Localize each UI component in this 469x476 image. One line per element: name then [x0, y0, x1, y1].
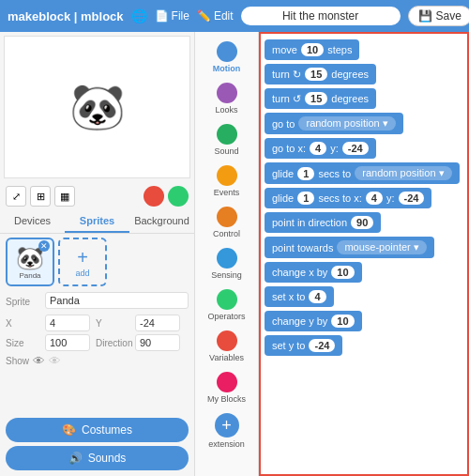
bottom-buttons: 🎨 Costumes 🔊 Sounds — [0, 414, 194, 476]
block-set-y: set y to -24 — [265, 335, 461, 356]
change-x-block[interactable]: change x by 10 — [265, 262, 362, 283]
looks-dot — [217, 83, 237, 103]
stage-controls: ⤢ ⊞ ▦ — [0, 182, 194, 210]
sprite-list: ✕ 🐼 Panda + add — [6, 238, 189, 286]
cat-sensing[interactable]: Sensing — [198, 244, 256, 284]
cat-looks[interactable]: Looks — [198, 79, 256, 118]
blocks-panel: move 10 steps turn ↻ 15 degrees turn ↺ 1… — [259, 32, 469, 476]
turn-ccw-block[interactable]: turn ↺ 15 degrees — [265, 88, 376, 109]
close-sprite-button[interactable]: ✕ — [38, 240, 50, 252]
add-extension-button[interactable]: + — [215, 413, 239, 438]
motion-dot — [217, 41, 237, 62]
go-random-block[interactable]: go to random position ▾ — [265, 113, 403, 134]
stage-area: 🐼 — [4, 36, 190, 178]
cat-sound[interactable]: Sound — [198, 120, 256, 160]
expand-button[interactable]: ⤢ — [6, 186, 26, 207]
costumes-icon: 🎨 — [62, 423, 76, 437]
x-input[interactable] — [45, 315, 90, 331]
add-sprite-button[interactable]: + add — [58, 238, 107, 286]
move-block[interactable]: move 10 steps — [265, 39, 359, 60]
panel-button[interactable]: ▦ — [54, 186, 75, 207]
show-row: Show 👁 👁 — [6, 354, 189, 368]
tab-background[interactable]: Background — [129, 210, 194, 233]
block-move: move 10 steps — [265, 39, 461, 60]
sound-label: Sound — [214, 146, 238, 156]
stop-button[interactable] — [144, 186, 164, 207]
myblocks-label: My Blocks — [207, 394, 246, 404]
operators-dot — [217, 289, 237, 310]
direction-label: Direction — [96, 338, 129, 348]
tabs-row: Devices Sprites Background — [0, 210, 194, 234]
eye-open-icon[interactable]: 👁 — [33, 354, 45, 368]
tab-sprites[interactable]: Sprites — [65, 210, 129, 233]
sprite-properties: Sprite X Y Size Direction Show — [6, 292, 189, 368]
sprite-name-label: Sprite — [6, 297, 39, 307]
block-set-x: set x to 4 — [265, 286, 461, 307]
set-x-block[interactable]: set x to 4 — [265, 286, 334, 307]
y-label: Y — [96, 318, 129, 329]
change-y-block[interactable]: change y by 10 — [265, 311, 362, 331]
x-label: X — [6, 318, 39, 329]
block-turn-ccw: turn ↺ 15 degrees — [265, 88, 461, 109]
run-button[interactable] — [168, 186, 189, 207]
save-button[interactable]: 💾 Save — [408, 6, 469, 26]
grid-button[interactable]: ⊞ — [30, 186, 51, 207]
sprite-name-input[interactable] — [45, 292, 189, 309]
glide-xy-block[interactable]: glide 1 secs to x: 4 y: -24 — [265, 188, 431, 208]
events-dot — [217, 165, 237, 186]
cat-events[interactable]: Events — [198, 161, 256, 201]
turn-cw-block[interactable]: turn ↻ 15 degrees — [265, 64, 376, 84]
sounds-button[interactable]: 🔊 Sounds — [6, 446, 189, 470]
size-input[interactable] — [45, 334, 90, 351]
size-label: Size — [6, 338, 39, 348]
block-change-y: change y by 10 — [265, 311, 461, 331]
panda-sprite: 🐼 — [69, 84, 126, 130]
block-go-xy: go to x: 4 y: -24 — [265, 138, 461, 159]
cat-myblocks[interactable]: My Blocks — [198, 368, 256, 407]
stage-panel: 🐼 ⤢ ⊞ ▦ Devices Sprites Background ✕ 🐼 P… — [0, 32, 195, 476]
cat-variables[interactable]: Variables — [198, 327, 256, 366]
edit-icon: ✏️ — [197, 9, 211, 23]
y-input[interactable] — [135, 315, 180, 331]
block-glide-random: glide 1 secs to random position ▾ — [265, 162, 461, 184]
costumes-button[interactable]: 🎨 Costumes — [6, 418, 189, 442]
control-label: Control — [213, 229, 240, 238]
block-point-towards: point towards mouse-pointer ▾ — [265, 237, 461, 258]
block-glide-xy: glide 1 secs to x: 4 y: -24 — [265, 188, 461, 208]
sensing-dot — [217, 248, 237, 269]
variables-label: Variables — [209, 353, 244, 362]
tab-devices[interactable]: Devices — [0, 210, 65, 233]
block-go-random: go to random position ▾ — [265, 113, 461, 134]
sprite-item-panda[interactable]: ✕ 🐼 Panda — [6, 238, 54, 286]
edit-button[interactable]: ✏️ Edit — [197, 9, 234, 23]
main-layout: 🐼 ⤢ ⊞ ▦ Devices Sprites Background ✕ 🐼 P… — [0, 32, 469, 476]
cat-operators[interactable]: Operators — [198, 285, 256, 325]
motion-label: Motion — [213, 64, 241, 73]
panda-name-label: Panda — [19, 271, 40, 280]
show-label: Show — [6, 356, 29, 366]
point-towards-block[interactable]: point towards mouse-pointer ▾ — [265, 237, 434, 258]
events-label: Events — [214, 188, 240, 197]
header: makeblock | mblock 🌐 📄 File ✏️ Edit 💾 Sa… — [0, 0, 469, 32]
globe-icon[interactable]: 🌐 — [131, 8, 147, 23]
sounds-icon: 🔊 — [68, 452, 83, 465]
myblocks-dot — [217, 372, 237, 392]
set-y-block[interactable]: set y to -24 — [265, 335, 342, 356]
category-panel: Motion Looks Sound Events Control Sensin… — [195, 32, 259, 476]
operators-label: Operators — [207, 312, 245, 321]
go-xy-block[interactable]: go to x: 4 y: -24 — [265, 138, 376, 159]
block-change-x: change x by 10 — [265, 262, 461, 283]
logo: makeblock | mblock — [8, 9, 124, 23]
plus-icon: + — [77, 247, 88, 269]
direction-input[interactable] — [135, 334, 180, 351]
block-turn-cw: turn ↻ 15 degrees — [265, 64, 461, 84]
eye-closed-icon[interactable]: 👁 — [49, 354, 61, 368]
sound-dot — [217, 124, 237, 145]
title-input[interactable] — [241, 7, 401, 25]
glide-random-block[interactable]: glide 1 secs to random position ▾ — [265, 162, 460, 184]
variables-dot — [217, 330, 237, 351]
cat-control[interactable]: Control — [198, 203, 256, 242]
point-dir-block[interactable]: point in direction 90 — [265, 212, 381, 233]
cat-motion[interactable]: Motion — [198, 38, 256, 77]
file-button[interactable]: 📄 File — [155, 9, 189, 23]
